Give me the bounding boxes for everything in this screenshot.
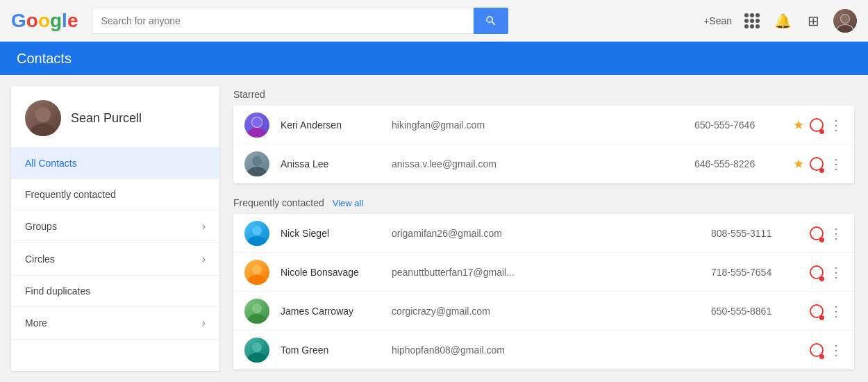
user-avatar[interactable]: [833, 9, 857, 33]
contact-email: anissa.v.lee@gmail.com: [392, 158, 694, 169]
contact-actions: ⋮: [810, 265, 843, 279]
more-options-icon[interactable]: ⋮: [829, 226, 843, 240]
contact-name: Anissa Lee: [281, 158, 392, 169]
chevron-right-icon: ›: [202, 253, 206, 265]
freq-section-header: Frequently contacted View all: [233, 197, 854, 208]
avatar-image: [833, 9, 857, 33]
svg-point-13: [252, 265, 262, 274]
main-layout: Sean Purcell All Contacts Frequently con…: [0, 75, 868, 382]
contact-phone: 650-555-7646: [694, 119, 785, 131]
contact-actions: ⋮: [810, 343, 843, 357]
sidebar: Sean Purcell All Contacts Frequently con…: [11, 86, 219, 371]
topbar-right: +Sean 🔔 ⊞: [703, 9, 857, 33]
avatar: [244, 299, 269, 324]
hangouts-button[interactable]: [810, 304, 824, 318]
bell-icon: 🔔: [774, 13, 792, 29]
hangouts-button[interactable]: [810, 343, 824, 357]
sidebar-label-all-contacts: All Contacts: [25, 158, 77, 169]
contact-email: corgicrazy@gmail.com: [392, 306, 711, 317]
starred-section: Starred Keri Andersen hikingfan@gmail.co…: [233, 89, 854, 183]
sidebar-item-find-duplicates[interactable]: Find duplicates: [11, 276, 219, 307]
sidebar-label-more: More: [25, 317, 47, 329]
contact-actions: ⋮: [810, 226, 843, 240]
contact-name: Nick Siegel: [281, 228, 392, 239]
avatar: [244, 221, 269, 246]
sidebar-item-circles[interactable]: Circles ›: [11, 243, 219, 276]
sidebar-item-more[interactable]: More ›: [11, 307, 219, 340]
notifications-button[interactable]: 🔔: [772, 10, 793, 31]
hangouts-button[interactable]: [810, 118, 824, 132]
starred-section-title: Starred: [233, 89, 854, 100]
star-icon[interactable]: ★: [793, 156, 804, 172]
contact-phone: 646-555-8226: [694, 158, 785, 169]
svg-point-7: [247, 128, 267, 138]
search-button[interactable]: [474, 8, 508, 34]
hangouts-button[interactable]: [810, 265, 824, 279]
chevron-right-icon: ›: [202, 220, 206, 233]
frequently-contacted-section: Frequently contacted View all Nick Siege…: [233, 197, 854, 369]
profile-area: Sean Purcell: [11, 86, 219, 148]
plus-sean-link[interactable]: +Sean: [703, 15, 732, 26]
new-window-button[interactable]: ⊞: [803, 10, 824, 31]
contact-email: hiphopfan808@gmail.com: [392, 344, 711, 356]
search-input[interactable]: [92, 8, 474, 34]
contact-phone: 718-555-7654: [711, 267, 801, 278]
contact-email: origamifan26@gmail.com: [392, 228, 711, 239]
table-row[interactable]: Tom Green hiphopfan808@gmail.com ⋮: [233, 331, 854, 369]
apps-grid-button[interactable]: [742, 10, 762, 31]
more-options-icon[interactable]: ⋮: [829, 265, 843, 279]
svg-point-11: [252, 226, 262, 235]
more-options-icon[interactable]: ⋮: [829, 304, 843, 318]
contact-actions: ★ ⋮: [793, 117, 843, 133]
view-all-link[interactable]: View all: [333, 198, 364, 208]
more-options-icon[interactable]: ⋮: [829, 157, 843, 171]
avatar: [244, 338, 269, 363]
avatar: [244, 113, 269, 138]
page-title: Contacts: [17, 51, 72, 67]
svg-point-2: [841, 15, 849, 23]
contact-name: Keri Andersen: [281, 119, 392, 131]
sidebar-label-circles: Circles: [25, 254, 55, 265]
table-row[interactable]: Anissa Lee anissa.v.lee@gmail.com 646-55…: [233, 144, 854, 183]
contact-name: James Carroway: [281, 306, 392, 317]
sidebar-label-groups: Groups: [25, 221, 57, 232]
svg-point-10: [247, 167, 267, 176]
contacts-header: Contacts: [0, 42, 868, 75]
contact-phone: 808-555-3111: [711, 228, 801, 239]
svg-point-17: [252, 342, 262, 352]
avatar: [244, 151, 269, 176]
table-row[interactable]: Nicole Bonsavage peanuttbutterfan17@gmai…: [233, 253, 854, 292]
avatar: [244, 260, 269, 285]
sidebar-label-frequently-contacted: Frequently contacted: [25, 189, 116, 200]
svg-point-16: [247, 314, 267, 324]
contact-email: peanuttbutterfan17@gmail...: [392, 267, 711, 278]
search-container: [92, 8, 508, 34]
frequent-contacts-list: Nick Siegel origamifan26@gmail.com 808-5…: [233, 214, 854, 369]
svg-point-4: [35, 107, 51, 122]
contact-actions: ★ ⋮: [793, 156, 843, 172]
hangouts-button[interactable]: [810, 157, 824, 171]
svg-point-18: [247, 353, 267, 363]
svg-point-15: [252, 304, 262, 313]
hangouts-button[interactable]: [810, 226, 824, 240]
chevron-right-icon: ›: [202, 317, 206, 329]
table-row[interactable]: Keri Andersen hikingfan@gmail.com 650-55…: [233, 106, 854, 144]
more-options-icon[interactable]: ⋮: [829, 118, 843, 132]
topbar: Google +Sean 🔔 ⊞: [0, 0, 868, 42]
contact-phone: 650-555-8861: [711, 306, 801, 317]
table-row[interactable]: James Carroway corgicrazy@gmail.com 650-…: [233, 292, 854, 331]
contact-email: hikingfan@gmail.com: [392, 119, 694, 131]
svg-point-14: [247, 275, 267, 285]
table-row[interactable]: Nick Siegel origamifan26@gmail.com 808-5…: [233, 214, 854, 253]
svg-point-8: [252, 117, 262, 127]
sidebar-item-groups[interactable]: Groups ›: [11, 210, 219, 243]
svg-point-9: [252, 156, 262, 166]
sidebar-item-frequently-contacted[interactable]: Frequently contacted: [11, 179, 219, 210]
star-icon[interactable]: ★: [793, 117, 804, 133]
profile-name: Sean Purcell: [71, 111, 142, 126]
sidebar-item-all-contacts[interactable]: All Contacts: [11, 148, 219, 179]
sidebar-label-find-duplicates: Find duplicates: [25, 285, 90, 297]
contact-name: Nicole Bonsavage: [281, 267, 392, 278]
grid-icon: [744, 13, 760, 28]
more-options-icon[interactable]: ⋮: [829, 343, 843, 357]
